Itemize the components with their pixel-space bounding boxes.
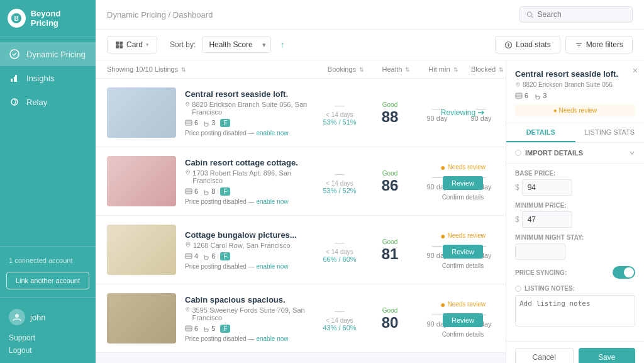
listing-stats: — < 14 days 66% / 60% Good 81 — 90 day — bbox=[314, 225, 431, 275]
listing-notes-input[interactable] bbox=[515, 295, 635, 327]
price-syncing-toggle[interactable] bbox=[613, 266, 635, 279]
svg-point-7 bbox=[15, 314, 19, 318]
enable-link[interactable]: enable now bbox=[256, 263, 288, 270]
bookings-stat: — < 14 days 66% / 60% bbox=[314, 237, 365, 263]
needs-review-badge: ● Needs review bbox=[440, 231, 486, 241]
bed-icon bbox=[185, 253, 192, 259]
listing-actions: ● Needs review Review Confirm details bbox=[431, 225, 494, 275]
location-icon bbox=[185, 306, 190, 313]
sidebar-item-insights[interactable]: Insights bbox=[0, 66, 96, 90]
enable-link[interactable]: enable now bbox=[256, 335, 288, 342]
beds-item: 6 bbox=[185, 325, 198, 332]
svg-rect-12 bbox=[116, 45, 119, 48]
listing-title[interactable]: Cabin spacious spacious. bbox=[185, 295, 314, 304]
price-syncing-field: PRICE SYNCING: bbox=[515, 266, 635, 279]
breadcrumb-part1[interactable]: Dynamic Pricing bbox=[107, 10, 166, 20]
card-label: Card bbox=[126, 40, 143, 49]
bed-icon bbox=[185, 120, 192, 126]
blocked-header[interactable]: Blocked ⇅ bbox=[465, 65, 506, 73]
detail-panel: × Central resort seaside loft. 8820 Eric… bbox=[506, 60, 644, 363]
link-account-button[interactable]: Link another account bbox=[6, 272, 89, 289]
svg-point-30 bbox=[187, 308, 188, 310]
baths-item: 3 bbox=[203, 119, 215, 126]
logo-icon: B bbox=[8, 9, 26, 28]
cancel-button[interactable]: Cancel bbox=[515, 348, 574, 363]
search-input[interactable] bbox=[538, 10, 626, 19]
detail-meta: 6 3 bbox=[515, 92, 635, 99]
more-filters-button[interactable]: More filters bbox=[565, 36, 633, 53]
insights-icon bbox=[9, 72, 20, 84]
base-price-input[interactable] bbox=[522, 179, 572, 196]
dynamic-pricing-icon bbox=[9, 48, 20, 60]
breadcrumb-part2[interactable]: Dashboard bbox=[173, 10, 213, 20]
listing-stats: — < 14 days 53% / 52% Good 86 — 90 day — bbox=[314, 156, 431, 206]
badge-f: F bbox=[220, 119, 230, 127]
card-view-button[interactable]: Card ▾ bbox=[107, 36, 157, 53]
enable-link[interactable]: enable now bbox=[256, 130, 288, 137]
listing-actions: ● Needs review Review Confirm details bbox=[431, 156, 494, 206]
tab-details[interactable]: DETAILS bbox=[506, 123, 575, 142]
min-price-field: MINIMUM PRICE: $ bbox=[515, 202, 635, 228]
min-night-input[interactable] bbox=[515, 243, 565, 260]
sidebar: B Beyond Pricing Dynamic Pricing Insight… bbox=[0, 0, 96, 363]
detail-header: × Central resort seaside loft. 8820 Eric… bbox=[506, 60, 644, 123]
sort-select[interactable]: Health Score Price Bookings bbox=[202, 36, 271, 53]
fields-section: BASE PRICE: $ MINIMUM PRICE: $ MINIMUM N… bbox=[506, 164, 644, 341]
health-header[interactable]: Health ⇅ bbox=[371, 65, 421, 73]
tab-listing-stats[interactable]: LISTING STATS bbox=[575, 123, 645, 142]
hit-min-header[interactable]: Hit min ⇅ bbox=[421, 65, 465, 73]
base-price-value: $ bbox=[515, 179, 635, 196]
list-item: Cabin spacious spacious. 3595 Sweeney Fo… bbox=[96, 284, 506, 353]
confirm-details-link[interactable]: Confirm details bbox=[442, 194, 484, 201]
enable-link[interactable]: enable now bbox=[256, 198, 288, 205]
listing-actions: ● Needs review Review Confirm details bbox=[431, 293, 494, 343]
support-link[interactable]: Support bbox=[9, 332, 87, 344]
min-price-input[interactable] bbox=[522, 211, 572, 228]
svg-line-9 bbox=[531, 16, 533, 18]
beds-item: 4 bbox=[185, 252, 198, 260]
listing-address: 1268 Carol Row, San Francisco bbox=[185, 242, 314, 249]
bookings-stat: — < 14 days 53% / 52% bbox=[314, 169, 365, 194]
logout-link[interactable]: Logout bbox=[9, 344, 87, 357]
card-chevron-icon: ▾ bbox=[146, 42, 149, 48]
review-button[interactable]: Review bbox=[443, 245, 483, 259]
reviewing-link[interactable]: Reviewing bbox=[441, 108, 485, 117]
close-icon[interactable]: × bbox=[633, 65, 638, 75]
svg-rect-10 bbox=[116, 42, 119, 45]
review-button[interactable]: Review bbox=[443, 176, 483, 190]
bookings-header[interactable]: Bookings ⇅ bbox=[321, 65, 371, 73]
sidebar-item-dynamic-pricing[interactable]: Dynamic Pricing bbox=[0, 42, 96, 66]
save-button[interactable]: Save bbox=[579, 348, 636, 363]
svg-text:B: B bbox=[14, 15, 19, 22]
listing-title[interactable]: Cabin resort cottage cottage. bbox=[185, 158, 314, 167]
load-stats-icon bbox=[504, 41, 513, 49]
sort-select-wrap: Health Score Price Bookings bbox=[202, 36, 271, 53]
listing-title[interactable]: Central resort seaside loft. bbox=[185, 89, 314, 99]
review-button[interactable]: Review bbox=[443, 313, 483, 327]
confirm-details-link[interactable]: Confirm details bbox=[442, 331, 484, 338]
detail-footer: Cancel Save bbox=[506, 341, 644, 363]
svg-rect-11 bbox=[119, 42, 123, 45]
listing-info: Central resort seaside loft. 8820 Ericks… bbox=[176, 87, 314, 138]
sidebar-item-relay[interactable]: Relay bbox=[0, 90, 96, 114]
base-price-field: BASE PRICE: $ bbox=[515, 170, 635, 196]
svg-rect-32 bbox=[186, 326, 192, 329]
listing-address: 3595 Sweeney Fords Suite 709, San Franci… bbox=[185, 306, 314, 321]
listing-actions: Reviewing bbox=[431, 87, 494, 138]
load-stats-label: Load stats bbox=[516, 40, 550, 49]
load-stats-button[interactable]: Load stats bbox=[495, 36, 560, 53]
dot-icon: ● bbox=[440, 231, 445, 241]
svg-point-22 bbox=[187, 170, 189, 172]
min-night-value bbox=[515, 243, 635, 260]
min-price-label: MINIMUM PRICE: bbox=[515, 202, 635, 209]
listing-title[interactable]: Cottage bungalow pictures... bbox=[185, 230, 314, 240]
confirm-details-link[interactable]: Confirm details bbox=[442, 262, 484, 269]
import-details-header[interactable]: IMPORT DETAILS bbox=[515, 149, 635, 157]
detail-bath-icon bbox=[535, 92, 541, 99]
listing-image bbox=[107, 156, 176, 206]
app-name: Beyond Pricing bbox=[31, 9, 88, 28]
listing-image bbox=[107, 293, 176, 343]
price-disabled-text: Price posting disabled — enable now bbox=[185, 198, 314, 205]
listing-address: 8820 Erickson Branch Suite 056, San Fran… bbox=[185, 101, 314, 116]
sidebar-item-label: Relay bbox=[26, 98, 47, 107]
